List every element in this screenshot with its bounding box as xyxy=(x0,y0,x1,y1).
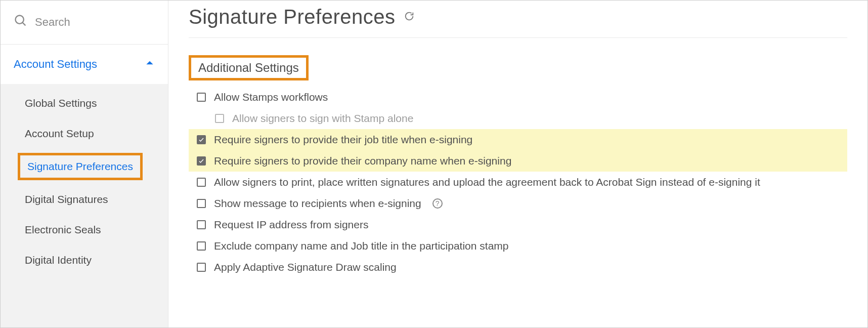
sidebar-item-digital-identity[interactable]: Digital Identity xyxy=(11,245,158,275)
checkbox[interactable] xyxy=(197,263,206,272)
option-label: Request IP address from signers xyxy=(214,219,368,231)
checkbox[interactable] xyxy=(197,199,206,208)
annotation-highlight-box: Additional Settings xyxy=(189,55,309,80)
options-list: Allow Stamps workflowsAllow signers to s… xyxy=(189,87,847,278)
sidebar-item-account-setup[interactable]: Account Setup xyxy=(11,118,158,149)
sidebar-section-account-settings[interactable]: Account Settings xyxy=(1,45,168,84)
option-label: Show message to recipients when e-signin… xyxy=(214,197,421,210)
section-notch xyxy=(158,84,168,89)
checkbox[interactable] xyxy=(197,220,206,229)
option-row: Show message to recipients when e-signin… xyxy=(189,193,847,214)
option-label: Allow signers to sign with Stamp alone xyxy=(232,112,413,125)
checkbox[interactable] xyxy=(197,241,206,251)
chevron-up-icon xyxy=(145,58,155,71)
sidebar-item-electronic-seals[interactable]: Electronic Seals xyxy=(11,215,158,245)
page-title-row: Signature Preferences xyxy=(189,6,847,38)
option-label: Exclude company name and Job title in th… xyxy=(214,240,509,252)
sidebar-item-label: Account Setup xyxy=(25,128,94,139)
sidebar-item-label: Global Settings xyxy=(25,97,97,109)
sidebar-item-signature-preferences[interactable]: Signature Preferences xyxy=(11,149,158,184)
section-title: Additional Settings xyxy=(198,61,299,74)
sidebar-nav: Global Settings Account Setup Signature … xyxy=(1,84,168,327)
checkbox[interactable] xyxy=(197,93,206,102)
sidebar-item-label: Digital Identity xyxy=(25,254,92,266)
main-panel: Signature Preferences Additional Setting… xyxy=(168,1,867,327)
checkbox[interactable] xyxy=(197,156,206,166)
refresh-icon[interactable] xyxy=(404,11,415,24)
app-frame: Search Account Settings Global Settings … xyxy=(0,0,868,328)
option-label: Allow signers to print, place written si… xyxy=(214,176,760,188)
option-row: Allow Stamps workflows xyxy=(189,87,847,108)
search-icon xyxy=(14,14,28,31)
search-placeholder: Search xyxy=(35,16,70,29)
search-box[interactable]: Search xyxy=(1,1,168,45)
sidebar-item-label: Digital Signatures xyxy=(25,193,108,205)
option-row: Request IP address from signers xyxy=(189,214,847,235)
option-row: Exclude company name and Job title in th… xyxy=(189,235,847,257)
sidebar-section-label: Account Settings xyxy=(14,58,97,71)
checkbox xyxy=(215,114,224,123)
option-label: Require signers to provide their company… xyxy=(214,155,511,167)
sidebar-item-global-settings[interactable]: Global Settings xyxy=(11,88,158,118)
option-label: Require signers to provide their job tit… xyxy=(214,134,472,146)
option-row: Allow signers to print, place written si… xyxy=(189,172,847,193)
option-row: Require signers to provide their company… xyxy=(189,150,847,172)
checkbox[interactable] xyxy=(197,178,206,187)
page-title: Signature Preferences xyxy=(189,6,396,28)
checkbox[interactable] xyxy=(197,135,206,144)
option-label: Apply Adaptive Signature Draw scaling xyxy=(214,261,397,273)
sidebar-item-digital-signatures[interactable]: Digital Signatures xyxy=(11,184,158,215)
sidebar-item-label: Signature Preferences xyxy=(27,160,133,172)
option-label: Allow Stamps workflows xyxy=(214,91,328,103)
svg-line-1 xyxy=(23,23,26,26)
annotation-highlight-box: Signature Preferences xyxy=(18,153,143,180)
option-row: Require signers to provide their job tit… xyxy=(189,129,847,150)
option-row: Allow signers to sign with Stamp alone xyxy=(189,108,847,129)
option-row: Apply Adaptive Signature Draw scaling xyxy=(189,257,847,278)
sidebar-item-label: Electronic Seals xyxy=(25,224,101,235)
section-title-row: Additional Settings xyxy=(189,55,847,80)
help-icon[interactable]: ? xyxy=(432,198,443,209)
svg-point-0 xyxy=(16,16,24,24)
sidebar: Search Account Settings Global Settings … xyxy=(1,1,168,327)
